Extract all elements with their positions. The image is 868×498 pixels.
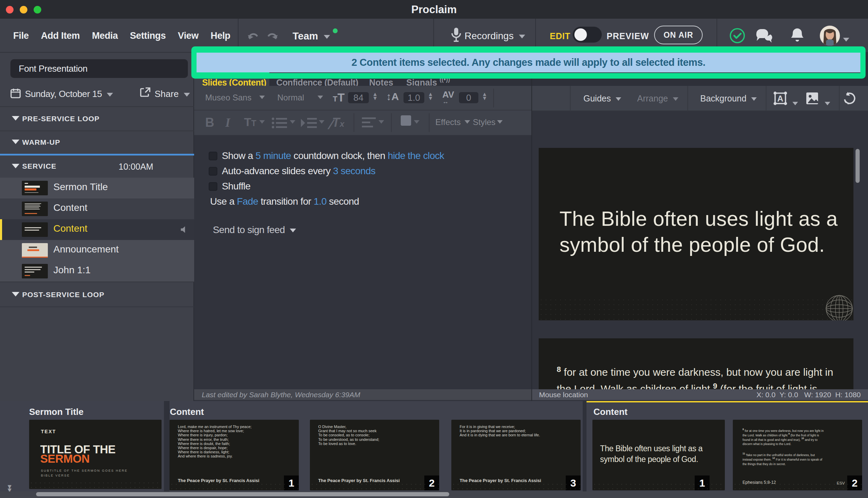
svg-text:A: A — [777, 94, 783, 103]
